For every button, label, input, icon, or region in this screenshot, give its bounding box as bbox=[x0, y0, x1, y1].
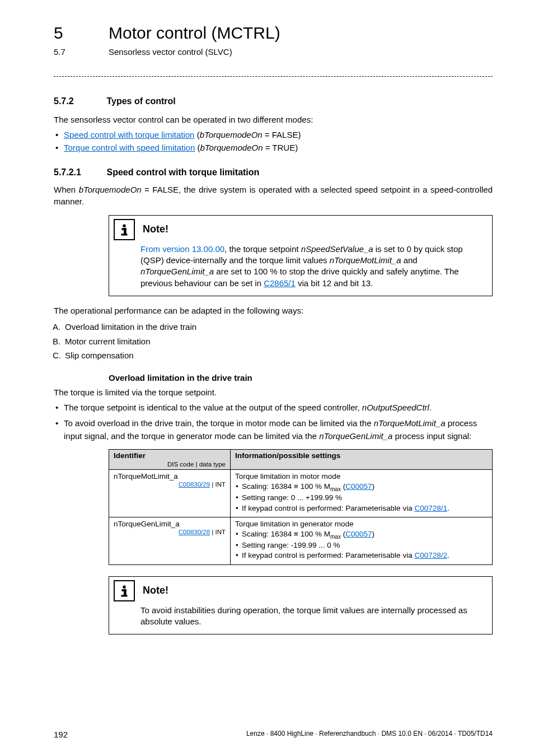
cell-identifier: nTorqueGenLimit_a C00830/28 | INT bbox=[109, 517, 231, 564]
svg-rect-2 bbox=[124, 228, 127, 234]
data-type: | INT bbox=[210, 481, 226, 488]
identifier-name: nTorqueMotLimit_a bbox=[114, 472, 178, 480]
text: If keypad control is performed: Paramete… bbox=[242, 551, 414, 559]
version-text: From version 13.00.00 bbox=[140, 244, 224, 254]
header-rule bbox=[54, 76, 493, 77]
param-name: nTorqueGenLimit_a bbox=[319, 431, 392, 441]
text: . bbox=[429, 403, 432, 412]
data-type: | INT bbox=[210, 529, 226, 535]
list-item: C.Slip compensation bbox=[65, 348, 493, 363]
text: , the torque setpoint bbox=[224, 244, 301, 254]
text: Identifier bbox=[114, 451, 146, 460]
code-link[interactable]: C00057 bbox=[345, 530, 372, 538]
list-item: Speed control with torque limitation (bT… bbox=[64, 129, 493, 142]
param-name: nOutputSpeedCtrl bbox=[362, 403, 429, 412]
speed-control-link[interactable]: Speed control with torque limitation bbox=[64, 130, 194, 139]
list-item: If keypad control is performed: Paramete… bbox=[242, 503, 488, 514]
text: process input signal: bbox=[392, 431, 471, 441]
note-box: Note! From version 13.00.00, the torque … bbox=[109, 215, 493, 296]
subscript: max bbox=[330, 534, 341, 540]
code-link[interactable]: C00728/2 bbox=[414, 551, 447, 559]
text: Scaling: 16384 ≡ 100 % M bbox=[242, 482, 330, 491]
list-item: The torque setpoint is identical to the … bbox=[64, 402, 493, 414]
param-name: bTorquemodeOn bbox=[200, 143, 263, 152]
svg-rect-3 bbox=[121, 234, 128, 235]
text: ) bbox=[372, 482, 374, 491]
list-item: If keypad control is performed: Paramete… bbox=[242, 550, 488, 561]
paragraph: The torque is limited via the torque set… bbox=[54, 387, 493, 398]
list-marker: B. bbox=[53, 334, 60, 349]
code-link[interactable]: C00057 bbox=[345, 482, 372, 491]
text: The torque setpoint is identical to the … bbox=[64, 403, 362, 412]
paragraph: The operational performance can be adapt… bbox=[54, 305, 493, 316]
code-link[interactable]: C00728/1 bbox=[414, 504, 447, 512]
col-subheader: DIS code | data type bbox=[114, 461, 226, 468]
table-row: nTorqueGenLimit_a C00830/28 | INT Torque… bbox=[109, 517, 493, 564]
text: ( bbox=[341, 482, 345, 491]
identifier-name: nTorqueGenLimit_a bbox=[114, 520, 180, 528]
svg-rect-7 bbox=[121, 595, 128, 596]
heading-5-7-2-1: 5.7.2.1 Speed control with torque limita… bbox=[54, 167, 493, 178]
note-body: From version 13.00.00, the torque setpoi… bbox=[109, 241, 492, 296]
page-footer: 192 Lenze · 8400 HighLine · Referenzhand… bbox=[54, 730, 493, 739]
info-icon bbox=[114, 580, 135, 601]
note-body: To avoid instabilities during operation,… bbox=[109, 603, 492, 634]
text: When bbox=[54, 185, 79, 194]
svg-point-0 bbox=[123, 224, 126, 227]
text: Overload limitation in the drive train bbox=[65, 322, 196, 332]
param-name: nTorqueMotLimit_a bbox=[330, 255, 401, 265]
heading-number: 5.7.2.1 bbox=[54, 167, 104, 178]
subheading: Overload limitation in the drive train bbox=[109, 373, 493, 382]
text: If keypad control is performed: Paramete… bbox=[242, 504, 414, 512]
code-link[interactable]: C2865/1 bbox=[264, 278, 296, 288]
col-header-info: Information/possible settings bbox=[231, 450, 493, 470]
col-header-identifier: Identifier DIS code | data type bbox=[109, 450, 231, 470]
note-header: Note! bbox=[109, 577, 492, 603]
text: ( bbox=[194, 130, 199, 139]
heading-5-7-2: 5.7.2 Types of control bbox=[54, 96, 493, 106]
note-header: Note! bbox=[109, 216, 492, 241]
page-number: 192 bbox=[54, 730, 68, 739]
text: = TRUE) bbox=[263, 143, 298, 152]
footer-text: Lenze · 8400 HighLine · Referenzhandbuch… bbox=[246, 730, 493, 739]
info-title: Torque limitation in motor mode bbox=[235, 472, 340, 480]
param-name: nTorqueGenLimit_a bbox=[140, 267, 214, 276]
text: Motor current limitation bbox=[65, 337, 151, 346]
list-item: Setting range: 0 ... +199.99 % bbox=[242, 493, 488, 503]
identifier-table: Identifier DIS code | data type Informat… bbox=[109, 449, 493, 564]
cell-info: Torque limitation in motor mode Scaling:… bbox=[231, 470, 493, 517]
list-marker: C. bbox=[53, 348, 61, 363]
info-title: Torque limitation in generator mode bbox=[235, 520, 354, 528]
list-item: Setting range: -199.99 ... 0 % bbox=[242, 540, 488, 550]
code-link[interactable]: C00830/29 bbox=[179, 481, 210, 488]
list-item: Torque control with speed limitation (bT… bbox=[64, 142, 493, 155]
note-title: Note! bbox=[143, 585, 168, 596]
text: via bit 12 and bit 13. bbox=[296, 278, 373, 288]
text: and bbox=[401, 255, 418, 265]
svg-rect-6 bbox=[124, 589, 127, 595]
param-name: nSpeedSetValue_a bbox=[301, 244, 373, 254]
torque-control-link[interactable]: Torque control with speed limitation bbox=[64, 143, 195, 152]
svg-point-4 bbox=[123, 585, 126, 589]
table-row: nTorqueMotLimit_a C00830/29 | INT Torque… bbox=[109, 470, 493, 517]
heading-title: Speed control with torque limitation bbox=[106, 167, 259, 178]
text: = FALSE) bbox=[263, 130, 301, 139]
text: . bbox=[447, 504, 449, 512]
code-link[interactable]: C00830/28 bbox=[179, 529, 210, 535]
subscript: max bbox=[330, 486, 341, 492]
alpha-list: A.Overload limitation in the drive train… bbox=[54, 320, 493, 363]
text: . bbox=[447, 551, 449, 559]
heading-title: Types of control bbox=[106, 96, 175, 106]
cell-identifier: nTorqueMotLimit_a C00830/29 | INT bbox=[109, 470, 231, 517]
param-name: bTorquemodeOn bbox=[79, 185, 142, 194]
list-item: To avoid overload in the drive train, th… bbox=[64, 417, 493, 442]
text: Slip compensation bbox=[65, 351, 134, 360]
list-item: A.Overload limitation in the drive train bbox=[65, 320, 493, 334]
param-name: bTorquemodeOn bbox=[200, 130, 263, 139]
paragraph: When bTorquemodeOn = FALSE, the drive sy… bbox=[54, 184, 493, 207]
section-number: 5.7 bbox=[54, 47, 65, 57]
text: Scaling: 16384 ≡ 100 % M bbox=[242, 530, 330, 538]
bullet-list: The torque setpoint is identical to the … bbox=[54, 402, 493, 443]
text: To avoid overload in the drive train, th… bbox=[64, 418, 374, 428]
param-name: nTorqueMotLimit_a bbox=[374, 418, 446, 428]
